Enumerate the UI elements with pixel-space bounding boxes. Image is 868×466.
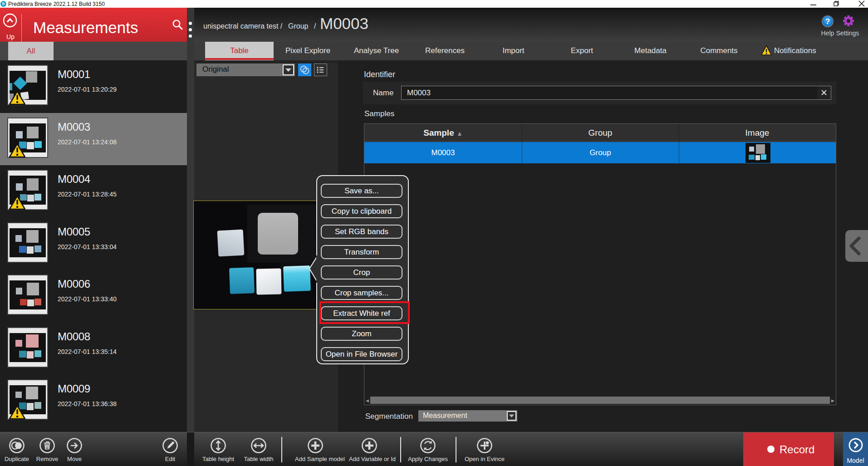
svg-text:?: ?	[825, 17, 830, 26]
